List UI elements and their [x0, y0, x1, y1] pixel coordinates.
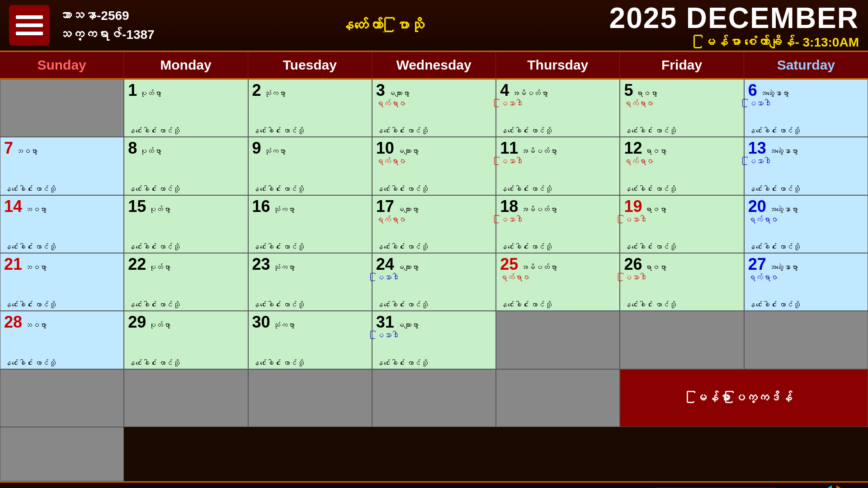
cell-note: ပြသာဒါဲး — [748, 99, 864, 108]
myanmar-day-name: ပုတ်ဖွား — [140, 89, 161, 98]
calendar-cell[interactable] — [496, 311, 620, 369]
calendar-cell[interactable]: 1ပုတ်ဖွားနင်းခေါင်း တောင်သို့ — [124, 79, 248, 137]
cell-footer-text: နင်းခေါင်း တောင်သို့ — [376, 301, 492, 309]
date-line: 8ပုတ်ဖွား — [128, 140, 244, 156]
date-line: 24မကျားဖွား — [376, 256, 492, 272]
menu-button[interactable] — [9, 5, 50, 46]
calendar-cell[interactable]: 18အမိပတ်ဖွားပြသာဒါဲးနင်းခေါင်း တောင်သို့ — [496, 195, 620, 253]
calendar-cell[interactable]: 15ပုတ်ဖွားနင်းခေါင်း တောင်သို့ — [124, 195, 248, 253]
cell-footer-text: နင်းခေါင်း တောင်သို့ — [252, 243, 368, 251]
cell-footer-text: နင်းခေါင်း တောင်သို့ — [624, 301, 740, 309]
calendar-cell[interactable] — [496, 369, 620, 427]
next-month-button[interactable] — [836, 485, 859, 488]
date-line: 6အဆွဲနောဖွား — [748, 82, 864, 99]
calendar-cell[interactable] — [744, 311, 868, 369]
prev-month-button[interactable] — [809, 485, 832, 488]
date-line: 31မကျားဖွား — [376, 314, 492, 330]
calendar-cell[interactable]: 8ပုတ်ဖွားနင်းခေါင်း တောင်သို့ — [124, 137, 248, 195]
myanmar-year-line1: သာသနာ-2569 — [59, 6, 155, 25]
myanmar-day-name: သုံကဖွား — [273, 206, 295, 214]
cell-note: ရက်ရာဇာ — [748, 273, 864, 282]
cell-footer-text: နင်းခေါင်း တောင်သို့ — [376, 185, 492, 193]
calendar-wrapper: 1ပုတ်ဖွားနင်းခေါင်း တောင်သို့2သုံကဖွားနင… — [0, 79, 868, 481]
calendar-cell[interactable]: 22ပုတ်ဖွားနင်းခေါင်း တောင်သို့ — [124, 253, 248, 311]
date-line: 5ရာဇဖွား — [624, 82, 740, 99]
calendar-cell[interactable] — [620, 311, 744, 369]
calendar-cell[interactable]: 2သုံကဖွားနင်းခေါင်း တောင်သို့ — [248, 79, 372, 137]
day-number: 31 — [376, 314, 394, 330]
calendar-cell[interactable]: 30သုံကဖွားနင်းခေါင်း တောင်သို့ — [248, 311, 372, 369]
calendar-cell[interactable]: 4အမိပတ်ဖွားပြသာဒါဲးနင်းခေါင်း တောင်သို့ — [496, 79, 620, 137]
day-number: 26 — [624, 256, 642, 272]
calendar-cell[interactable]: 31မကျားဖွားပြသာဒါဲးနင်းခေါင်း တောင်သို့ — [372, 311, 496, 369]
cell-footer-text: နင်းခေါင်း တောင်သို့ — [500, 185, 616, 193]
calendar-cell[interactable]: 16သုံကဖွားနင်းခေါင်း တောင်သို့ — [248, 195, 372, 253]
date-line: 18အမိပတ်ဖွား — [500, 198, 616, 215]
calendar-cell[interactable]: မြန်မာ ပြက္ကဒိန် — [620, 369, 868, 427]
calendar-cell[interactable] — [372, 369, 496, 427]
calendar-cell[interactable]: 17မကျားဖွားရက်ရာဇာနင်းခေါင်း တောင်သို့ — [372, 195, 496, 253]
calendar-cell[interactable]: 20အဆွဲနောဖွားရက်ရာဇာနင်းခေါင်း တောင်သို့ — [744, 195, 868, 253]
date-line: 28ဘဝဖွား — [4, 314, 120, 330]
date-line: 25အမိပတ်ဖွား — [500, 256, 616, 272]
myanmar-day-name: မကျားဖွား — [388, 89, 410, 98]
cell-footer-text: နင်းခေါင်း တောင်သို့ — [128, 301, 244, 309]
calendar-cell[interactable]: 5ရာဇဖွားရက်ရာဇာနင်းခေါင်း တောင်သို့ — [620, 79, 744, 137]
calendar-cell[interactable]: 23သုံကဖွားနင်းခေါင်း တောင်သို့ — [248, 253, 372, 311]
date-line: 29ပုတ်ဖွား — [128, 314, 244, 330]
day-number: 1 — [128, 82, 137, 99]
myanmar-day-name: ရာဇဖွား — [645, 263, 666, 272]
menu-icon-line2 — [16, 23, 43, 27]
myanmar-day-name: သုံကဖွား — [273, 263, 295, 272]
cell-footer-text: နင်းခေါင်း တောင်သို့ — [624, 127, 740, 135]
myanmar-day-name: သုံကဖွား — [273, 321, 295, 329]
calendar-cell[interactable]: 27အဆွဲနောဖွားရက်ရာဇာနင်းခေါင်း တောင်သို့ — [744, 253, 868, 311]
myanmar-calendar-btn-cell[interactable]: မြန်မာ ပြက္ကဒိန် — [695, 391, 793, 405]
myanmar-day-name: ပုတ်ဖွား — [149, 206, 170, 214]
calendar-cell[interactable]: 28ဘဝဖွားနင်းခေါင်း တောင်သို့ — [0, 311, 124, 369]
calendar-cell[interactable]: 7ဘဝဖွားနင်းခေါင်း တောင်သို့ — [0, 137, 124, 195]
calendar-cell[interactable]: 9သုံကဖွားနင်းခေါင်း တောင်သို့ — [248, 137, 372, 195]
header-right: 2025 DECEMBER မြန်မာ စံတော်ချိန်- 3:13:0… — [609, 1, 859, 50]
cell-note: ပြသာဒါဲး — [624, 273, 740, 282]
day-headers: Sunday Monday Tuesday Wednesday Thursday… — [0, 52, 868, 79]
day-number: 6 — [748, 82, 757, 99]
calendar-cell[interactable]: 19ရာဇဖွားပြသာဒါဲးနင်းခေါင်း တောင်သို့ — [620, 195, 744, 253]
menu-icon-line3 — [16, 32, 43, 35]
date-line: 16သုံကဖွား — [252, 198, 368, 215]
calendar-cell[interactable] — [248, 369, 372, 427]
calendar-cell[interactable]: 3မကျားဖွားရက်ရာဇာနင်းခေါင်း တောင်သို့ — [372, 79, 496, 137]
day-header-sunday: Sunday — [0, 52, 124, 78]
calendar-cell[interactable]: 21ဘဝဖွားနင်းခေါင်း တောင်သို့ — [0, 253, 124, 311]
calendar-cell[interactable]: 14ဘဝဖွားနင်းခေါင်း တောင်သို့ — [0, 195, 124, 253]
calendar-cell[interactable]: 13အဆွဲနောဖွားပြသာဒါဲးနင်းခေါင်း တောင်သို… — [744, 137, 868, 195]
calendar-cell[interactable]: 12ရာဇဖွားရက်ရာဇာနင်းခေါင်း တောင်သို့ — [620, 137, 744, 195]
date-line: 30သုံကဖွား — [252, 314, 368, 330]
calendar-cell[interactable]: 6အဆွဲနောဖွားပြသာဒါဲးနင်းခေါင်း တောင်သို့ — [744, 79, 868, 137]
myanmar-day-name: အဆွဲနောဖွား — [769, 147, 798, 155]
calendar-cell[interactable]: 25အမိပတ်ဖွားရက်ရာဇာနင်းခေါင်း တောင်သို့ — [496, 253, 620, 311]
cell-footer-text: နင်းခေါင်း တောင်သို့ — [748, 301, 864, 309]
calendar-cell[interactable]: 24မကျားဖွားပြသာဒါဲးနင်းခေါင်း တောင်သို့ — [372, 253, 496, 311]
calendar-cell[interactable]: 29ပုတ်ဖွားနင်းခေါင်း တောင်သို့ — [124, 311, 248, 369]
date-line: 20အဆွဲနောဖွား — [748, 198, 864, 215]
cell-note: ပြသာဒါဲး — [748, 157, 864, 166]
myanmar-day-name: ရာဇဖွား — [645, 147, 666, 155]
calendar-cell[interactable] — [0, 79, 124, 137]
calendar-cell[interactable]: 26ရာဇဖွားပြသာဒါဲးနင်းခေါင်း တောင်သို့ — [620, 253, 744, 311]
cell-footer-text: နင်းခေါင်း တောင်သို့ — [252, 359, 368, 367]
calendar-cell[interactable] — [0, 369, 124, 427]
calendar-cell[interactable]: 10မကျားဖွားရက်ရာဇာနင်းခေါင်း တောင်သို့ — [372, 137, 496, 195]
calendar-cell[interactable] — [124, 369, 248, 427]
myanmar-day-name: သုံကဖွား — [264, 147, 286, 155]
cell-note: ရက်ရာဇာ — [376, 157, 492, 166]
calendar-cell[interactable]: 11အမိပတ်ဖွားပြသာဒါဲးနင်းခေါင်း တောင်သို့ — [496, 137, 620, 195]
day-number: 17 — [376, 198, 394, 215]
cell-footer-text: နင်းခေါင်း တောင်သို့ — [4, 301, 120, 309]
day-number: 19 — [624, 198, 642, 215]
footer: Exit Today မြန်မာ ပြက္ကဒိန် — [0, 481, 868, 488]
myanmar-day-name: အမိပတ်ဖွား — [521, 263, 557, 272]
day-number: 2 — [252, 82, 261, 99]
menu-icon-line1 — [16, 15, 43, 19]
calendar-cell[interactable] — [0, 427, 124, 481]
